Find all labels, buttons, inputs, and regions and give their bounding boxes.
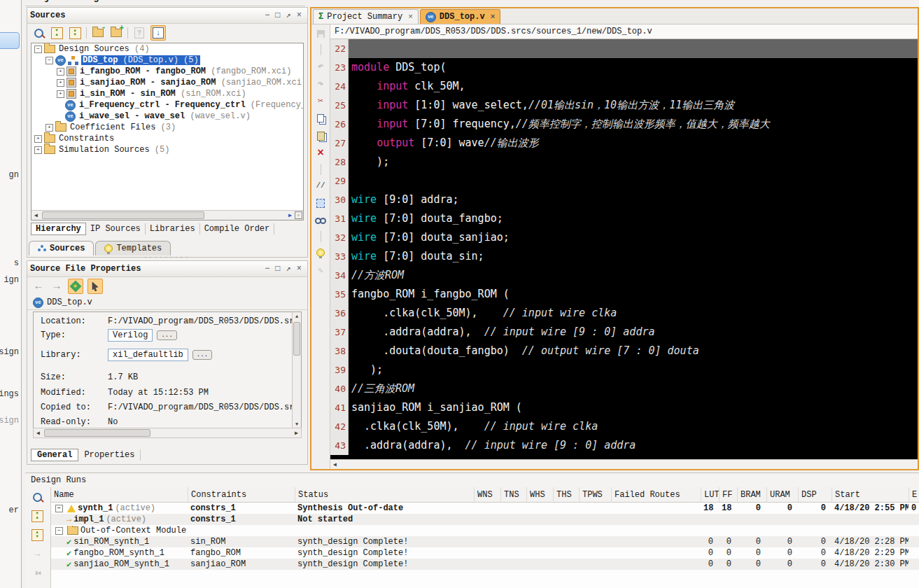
- column-header-failed-routes[interactable]: Failed Routes: [611, 487, 701, 502]
- close-icon[interactable]: ×: [297, 265, 302, 273]
- expand-expander-icon[interactable]: +: [57, 79, 64, 87]
- design-run-row[interactable]: ✔fangbo_ROM_synth_1fangbo_ROMsynth_desig…: [51, 547, 919, 559]
- tree-item[interactable]: −Design Sources (4): [31, 43, 303, 55]
- search-icon[interactable]: [30, 490, 44, 504]
- column-header-name[interactable]: Name: [51, 487, 188, 502]
- tree-item[interactable]: +Simulation Sources (5): [31, 144, 303, 155]
- tab-sources[interactable]: Sources: [29, 241, 94, 255]
- design-run-row[interactable]: ✔sin_ROM_synth_1sin_ROMsynth_design Comp…: [51, 536, 919, 547]
- column-header-tns[interactable]: TNS: [500, 487, 526, 502]
- panel-corner-icon[interactable]: ▫: [295, 211, 302, 219]
- code-text[interactable]: .clka(clk_50M), // input wire clka: [349, 304, 918, 323]
- code-text[interactable]: input clk_50M,: [349, 77, 918, 96]
- redo-icon[interactable]: ↷: [314, 76, 328, 90]
- sources-tree-hscrollbar[interactable]: ◀ ▶ ▫: [31, 210, 303, 220]
- scrollbar-thumb[interactable]: [293, 322, 300, 356]
- code-text[interactable]: .clka(clk_50M), // input wire clka: [349, 417, 918, 436]
- expand-expander-icon[interactable]: +: [34, 135, 42, 143]
- tree-item[interactable]: +Coefficient Files (3): [31, 122, 303, 133]
- column-header-wns[interactable]: WNS: [474, 487, 500, 502]
- code-area[interactable]: 2223module DDS_top(24 input clk_50M,25 i…: [330, 39, 918, 459]
- open-file-icon[interactable]: [91, 26, 105, 40]
- copy-icon[interactable]: [314, 111, 328, 125]
- cut-icon[interactable]: ✂: [314, 94, 328, 108]
- maximize-icon[interactable]: □: [275, 11, 280, 20]
- code-text[interactable]: input [7:0] frequency,//频率控制字，控制输出波形频率，值…: [349, 115, 918, 134]
- column-header-start[interactable]: Start: [832, 487, 909, 502]
- float-icon[interactable]: ↗: [286, 265, 291, 273]
- tab-compile-order[interactable]: Compile Order: [200, 223, 275, 234]
- properties-hscrollbar[interactable]: ◀ ▶: [33, 428, 302, 438]
- paste-icon[interactable]: [314, 129, 328, 143]
- forward-icon[interactable]: →: [50, 279, 64, 293]
- design-run-row[interactable]: −synth_1 (active)constrs_1Synthesis Out-…: [51, 503, 919, 514]
- expand-expander-icon[interactable]: +: [57, 90, 64, 98]
- reset-run-icon[interactable]: ▮◀: [30, 566, 44, 580]
- float-icon[interactable]: ↗: [286, 11, 291, 20]
- code-line-42[interactable]: 42 .clka(clk_50M), // input wire clka: [330, 417, 918, 436]
- code-line-26[interactable]: 26 input [7:0] frequency,//频率控制字，控制输出波形频…: [330, 115, 918, 134]
- toggle-comment-icon[interactable]: //: [314, 178, 328, 192]
- scrollbar-thumb[interactable]: [42, 211, 204, 219]
- tree-item[interactable]: +i_fangbo_ROM - fangbo_ROM (fangbo_ROM.x…: [31, 66, 303, 77]
- tab-libraries[interactable]: Libraries: [146, 223, 200, 234]
- column-header-status[interactable]: Status: [295, 487, 474, 502]
- scroll-left-arrow-icon[interactable]: ◀: [34, 430, 43, 436]
- maximize-icon[interactable]: □: [275, 265, 280, 273]
- code-line-27[interactable]: 27 output [7:0] wave//输出波形: [330, 134, 918, 153]
- code-line-24[interactable]: 24 input clk_50M,: [330, 77, 918, 96]
- code-text[interactable]: //方波ROM: [349, 266, 918, 285]
- scroll-left-arrow-icon[interactable]: ◀: [330, 461, 339, 468]
- code-line-31[interactable]: 31wire [7:0] douta_fangbo;: [330, 209, 918, 228]
- scroll-right-arrow-icon[interactable]: ▶: [292, 430, 301, 436]
- collapse-all-icon[interactable]: ▼▲: [50, 26, 64, 40]
- expand-expander-icon[interactable]: +: [57, 68, 64, 76]
- code-text[interactable]: wire [7:0] douta_sin;: [349, 247, 918, 266]
- expand-all-icon[interactable]: ▲▼: [68, 26, 82, 40]
- code-text[interactable]: sanjiao_ROM i_sanjiao_ROM (: [349, 398, 918, 417]
- code-line-37[interactable]: 37 .addra(addra), // input wire [9 : 0] …: [330, 323, 918, 342]
- code-text[interactable]: );: [349, 153, 918, 172]
- code-line-28[interactable]: 28 );: [330, 153, 918, 172]
- save-file-icon[interactable]: [314, 27, 328, 41]
- code-line-25[interactable]: 25 input [1:0] wave_select,//01输出sin，10输…: [330, 96, 918, 115]
- collapse-expander-icon[interactable]: −: [55, 505, 63, 512]
- close-icon[interactable]: ×: [297, 11, 302, 20]
- code-text[interactable]: wire [7:0] douta_sanjiao;: [349, 228, 918, 247]
- column-header-whs[interactable]: WHS: [526, 487, 553, 502]
- code-line-34[interactable]: 34//方波ROM: [330, 266, 918, 285]
- add-sources-icon[interactable]: +: [109, 26, 123, 40]
- column-header-dsp[interactable]: DSP: [798, 487, 832, 502]
- editor-tab-project-summary[interactable]: ΣProject Summary×: [313, 9, 419, 24]
- code-line-35[interactable]: 35fangbo_ROM i_fangbo_ROM (: [330, 285, 918, 304]
- code-text[interactable]: .addra(addra), // input wire [9 : 0] add…: [349, 436, 918, 455]
- code-text[interactable]: output [7:0] wave//输出波形: [349, 134, 918, 153]
- tab-hierarchy[interactable]: Hierarchy: [31, 223, 86, 235]
- code-line-40[interactable]: 40//三角波ROM: [330, 379, 918, 398]
- browse-button[interactable]: ...: [192, 350, 212, 360]
- code-line-36[interactable]: 36 .clka(clk_50M), // input wire clka: [330, 304, 918, 323]
- tab-properties[interactable]: Properties: [78, 449, 141, 461]
- templates-icon[interactable]: ✎: [314, 263, 328, 277]
- tree-item[interactable]: vei_wave_sel - wave_sel (wave_sel.v): [31, 111, 303, 122]
- browse-button[interactable]: ...: [157, 330, 176, 340]
- code-line-43[interactable]: 43 .addra(addra), // input wire [9 : 0] …: [330, 436, 918, 455]
- search-icon[interactable]: [31, 26, 45, 40]
- property-value[interactable]: xil_defaultlib: [108, 349, 188, 361]
- find-in-file-icon[interactable]: [314, 214, 328, 227]
- tab-ip-sources[interactable]: IP Sources: [86, 223, 146, 234]
- code-text[interactable]: [349, 39, 918, 58]
- collapse-expander-icon[interactable]: −: [45, 57, 53, 64]
- code-line-29[interactable]: 29: [330, 172, 918, 190]
- code-line-33[interactable]: 33wire [7:0] douta_sin;: [330, 247, 918, 266]
- code-text[interactable]: fangbo_ROM i_fangbo_ROM (: [349, 285, 918, 304]
- expand-all-icon[interactable]: ▲▼: [30, 528, 44, 542]
- scrollbar-thumb[interactable]: [44, 429, 150, 437]
- editor-tab-dds-top-v[interactable]: veDDS_top.v×: [420, 9, 500, 24]
- tree-item[interactable]: +i_sanjiao_ROM - sanjiao_ROM (sanjiao_RO…: [31, 77, 303, 88]
- fast-forward-icon[interactable]: ▶▶: [30, 584, 44, 588]
- code-line-41[interactable]: 41sanjiao_ROM i_sanjiao_ROM (: [330, 398, 918, 417]
- language-templates-icon[interactable]: [314, 246, 328, 260]
- minimize-icon[interactable]: −: [265, 11, 269, 20]
- delete-icon[interactable]: ×: [314, 146, 328, 160]
